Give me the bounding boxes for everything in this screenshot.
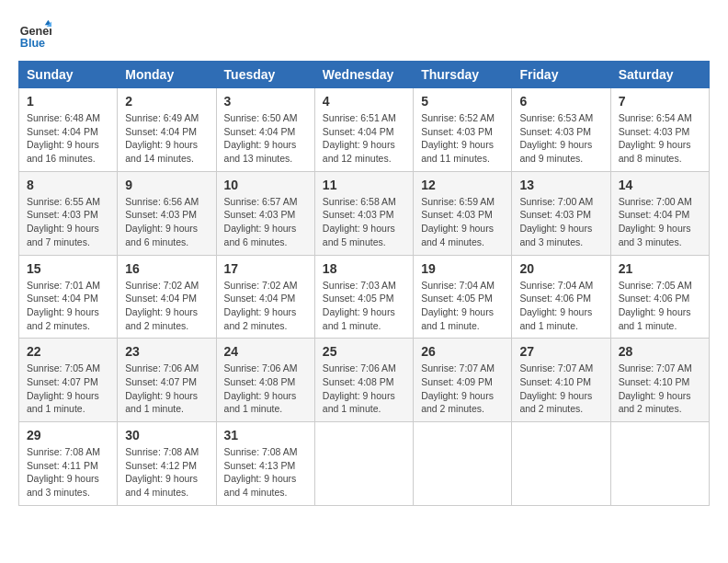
calendar-cell: 18 Sunrise: 7:03 AMSunset: 4:05 PMDaylig… [314,255,413,339]
day-number: 12 [421,178,504,192]
day-info: Sunrise: 6:53 AMSunset: 4:03 PMDaylight:… [519,111,602,166]
day-info: Sunrise: 7:00 AMSunset: 4:04 PMDaylight:… [619,195,701,249]
day-number: 25 [323,344,405,359]
day-info: Sunrise: 7:06 AMSunset: 4:08 PMDaylight:… [323,362,405,416]
calendar-cell: 3 Sunrise: 6:50 AMSunset: 4:04 PMDayligh… [216,88,314,172]
calendar-cell: 4 Sunrise: 6:51 AMSunset: 4:04 PMDayligh… [314,88,413,172]
day-number: 13 [519,178,602,192]
calendar-cell: 9 Sunrise: 6:56 AMSunset: 4:03 PMDayligh… [118,171,216,255]
header-wednesday: Wednesday [314,62,413,88]
header-thursday: Thursday [414,62,512,88]
day-info: Sunrise: 7:01 AMSunset: 4:04 PMDaylight:… [27,279,109,333]
day-number: 18 [323,261,405,276]
header-saturday: Saturday [610,62,709,88]
svg-text:Blue: Blue [20,37,45,50]
day-number: 5 [421,94,504,109]
day-info: Sunrise: 7:05 AMSunset: 4:06 PMDaylight:… [619,279,701,333]
day-info: Sunrise: 7:02 AMSunset: 4:04 PMDaylight:… [224,279,307,333]
calendar-cell: 5 Sunrise: 6:52 AMSunset: 4:03 PMDayligh… [414,88,512,172]
day-number: 3 [224,94,307,109]
header-sunday: Sunday [19,62,118,88]
day-number: 22 [27,344,109,359]
week-row-3: 15 Sunrise: 7:01 AMSunset: 4:04 PMDaylig… [19,255,710,339]
calendar-header-row: SundayMondayTuesdayWednesdayThursdayFrid… [19,62,710,88]
day-info: Sunrise: 7:04 AMSunset: 4:06 PMDaylight:… [519,279,602,333]
day-info: Sunrise: 6:58 AMSunset: 4:03 PMDaylight:… [323,195,405,249]
day-number: 26 [421,344,504,359]
day-info: Sunrise: 6:57 AMSunset: 4:03 PMDaylight:… [224,195,307,249]
calendar-cell: 2 Sunrise: 6:49 AMSunset: 4:04 PMDayligh… [118,88,216,172]
day-number: 31 [224,428,307,442]
day-number: 10 [224,178,307,192]
calendar-cell: 19 Sunrise: 7:04 AMSunset: 4:05 PMDaylig… [414,255,512,339]
calendar-cell [314,422,413,506]
day-number: 4 [323,94,405,109]
day-number: 8 [27,178,109,192]
calendar-cell: 14 Sunrise: 7:00 AMSunset: 4:04 PMDaylig… [610,171,709,255]
day-number: 28 [619,344,701,359]
day-number: 29 [27,428,109,442]
day-info: Sunrise: 6:51 AMSunset: 4:04 PMDaylight:… [323,111,405,166]
calendar-cell: 29 Sunrise: 7:08 AMSunset: 4:11 PMDaylig… [19,422,118,506]
day-info: Sunrise: 6:56 AMSunset: 4:03 PMDaylight:… [125,195,208,249]
logo: General Blue [18,18,55,52]
logo-icon: General Blue [18,18,51,52]
day-number: 9 [125,178,208,192]
day-number: 27 [519,344,602,359]
day-info: Sunrise: 7:06 AMSunset: 4:08 PMDaylight:… [224,362,307,416]
day-number: 17 [224,261,307,276]
day-info: Sunrise: 6:52 AMSunset: 4:03 PMDaylight:… [421,111,504,166]
calendar-cell: 24 Sunrise: 7:06 AMSunset: 4:08 PMDaylig… [216,339,314,422]
day-number: 19 [421,261,504,276]
day-number: 2 [125,94,208,109]
calendar-cell: 6 Sunrise: 6:53 AMSunset: 4:03 PMDayligh… [512,88,610,172]
day-number: 16 [125,261,208,276]
calendar-cell: 10 Sunrise: 6:57 AMSunset: 4:03 PMDaylig… [216,171,314,255]
calendar-cell [414,422,512,506]
calendar-cell: 7 Sunrise: 6:54 AMSunset: 4:03 PMDayligh… [610,88,709,172]
calendar-table: SundayMondayTuesdayWednesdayThursdayFrid… [18,61,710,506]
day-number: 1 [27,94,109,109]
day-info: Sunrise: 7:08 AMSunset: 4:13 PMDaylight:… [224,445,307,500]
calendar-cell: 30 Sunrise: 7:08 AMSunset: 4:12 PMDaylig… [118,422,216,506]
day-info: Sunrise: 6:54 AMSunset: 4:03 PMDaylight:… [619,111,701,166]
header-friday: Friday [512,62,610,88]
day-info: Sunrise: 7:07 AMSunset: 4:10 PMDaylight:… [619,362,701,416]
day-number: 15 [27,261,109,276]
day-info: Sunrise: 7:03 AMSunset: 4:05 PMDaylight:… [323,279,405,333]
calendar-cell: 17 Sunrise: 7:02 AMSunset: 4:04 PMDaylig… [216,255,314,339]
calendar-cell: 12 Sunrise: 6:59 AMSunset: 4:03 PMDaylig… [414,171,512,255]
calendar-cell: 28 Sunrise: 7:07 AMSunset: 4:10 PMDaylig… [610,339,709,422]
calendar-cell: 23 Sunrise: 7:06 AMSunset: 4:07 PMDaylig… [118,339,216,422]
day-info: Sunrise: 7:07 AMSunset: 4:10 PMDaylight:… [519,362,602,416]
calendar-cell: 11 Sunrise: 6:58 AMSunset: 4:03 PMDaylig… [314,171,413,255]
calendar-cell: 1 Sunrise: 6:48 AMSunset: 4:04 PMDayligh… [19,88,118,172]
day-info: Sunrise: 7:04 AMSunset: 4:05 PMDaylight:… [421,279,504,333]
calendar-cell: 26 Sunrise: 7:07 AMSunset: 4:09 PMDaylig… [414,339,512,422]
day-number: 7 [619,94,701,109]
day-info: Sunrise: 7:08 AMSunset: 4:11 PMDaylight:… [27,445,109,500]
calendar-cell: 8 Sunrise: 6:55 AMSunset: 4:03 PMDayligh… [19,171,118,255]
day-number: 23 [125,344,208,359]
header-monday: Monday [118,62,216,88]
day-info: Sunrise: 7:05 AMSunset: 4:07 PMDaylight:… [27,362,109,416]
day-number: 11 [323,178,405,192]
calendar-cell: 27 Sunrise: 7:07 AMSunset: 4:10 PMDaylig… [512,339,610,422]
day-info: Sunrise: 7:06 AMSunset: 4:07 PMDaylight:… [125,362,208,416]
calendar-cell: 13 Sunrise: 7:00 AMSunset: 4:03 PMDaylig… [512,171,610,255]
week-row-2: 8 Sunrise: 6:55 AMSunset: 4:03 PMDayligh… [19,171,710,255]
calendar-cell: 25 Sunrise: 7:06 AMSunset: 4:08 PMDaylig… [314,339,413,422]
day-info: Sunrise: 7:02 AMSunset: 4:04 PMDaylight:… [125,279,208,333]
day-number: 21 [619,261,701,276]
day-info: Sunrise: 7:08 AMSunset: 4:12 PMDaylight:… [125,445,208,500]
day-number: 6 [519,94,602,109]
calendar-cell: 31 Sunrise: 7:08 AMSunset: 4:13 PMDaylig… [216,422,314,506]
calendar-cell: 22 Sunrise: 7:05 AMSunset: 4:07 PMDaylig… [19,339,118,422]
calendar-cell: 21 Sunrise: 7:05 AMSunset: 4:06 PMDaylig… [610,255,709,339]
week-row-4: 22 Sunrise: 7:05 AMSunset: 4:07 PMDaylig… [19,339,710,422]
week-row-5: 29 Sunrise: 7:08 AMSunset: 4:11 PMDaylig… [19,422,710,506]
day-number: 24 [224,344,307,359]
week-row-1: 1 Sunrise: 6:48 AMSunset: 4:04 PMDayligh… [19,88,710,172]
day-info: Sunrise: 7:00 AMSunset: 4:03 PMDaylight:… [519,195,602,249]
day-info: Sunrise: 7:07 AMSunset: 4:09 PMDaylight:… [421,362,504,416]
